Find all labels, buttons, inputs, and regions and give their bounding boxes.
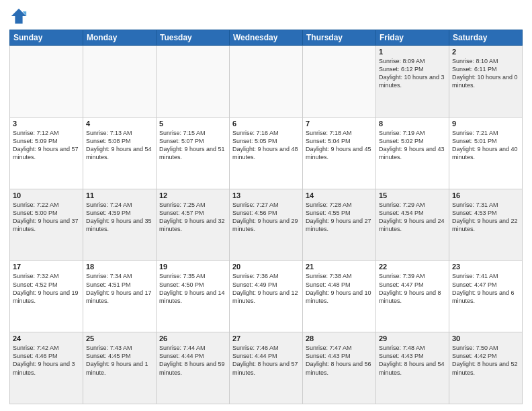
page: SundayMondayTuesdayWednesdayThursdayFrid… xyxy=(0,0,532,411)
day-cell: 27Sunrise: 7:46 AM Sunset: 4:44 PM Dayli… xyxy=(230,332,303,404)
day-number: 4 xyxy=(86,120,153,128)
day-cell xyxy=(230,46,303,118)
weekday-header-sunday: Sunday xyxy=(10,30,83,46)
day-number: 13 xyxy=(232,191,300,199)
day-number: 21 xyxy=(306,263,373,271)
day-number: 5 xyxy=(159,120,226,128)
day-info: Sunrise: 7:34 AM Sunset: 4:51 PM Dayligh… xyxy=(86,272,153,305)
day-number: 22 xyxy=(379,263,446,271)
day-info: Sunrise: 7:41 AM Sunset: 4:47 PM Dayligh… xyxy=(452,272,519,305)
day-info: Sunrise: 7:32 AM Sunset: 4:52 PM Dayligh… xyxy=(13,272,80,305)
day-info: Sunrise: 7:42 AM Sunset: 4:46 PM Dayligh… xyxy=(13,344,80,377)
day-info: Sunrise: 7:31 AM Sunset: 4:53 PM Dayligh… xyxy=(452,201,519,234)
week-row-0: 1Sunrise: 8:09 AM Sunset: 6:12 PM Daylig… xyxy=(10,46,523,118)
day-info: Sunrise: 8:09 AM Sunset: 6:12 PM Dayligh… xyxy=(379,57,446,90)
week-row-2: 10Sunrise: 7:22 AM Sunset: 5:00 PM Dayli… xyxy=(10,189,523,261)
weekday-header-row: SundayMondayTuesdayWednesdayThursdayFrid… xyxy=(10,30,523,46)
day-cell: 8Sunrise: 7:19 AM Sunset: 5:02 PM Daylig… xyxy=(376,117,449,189)
day-info: Sunrise: 7:43 AM Sunset: 4:45 PM Dayligh… xyxy=(86,344,153,377)
weekday-header-saturday: Saturday xyxy=(449,30,523,46)
day-info: Sunrise: 7:27 AM Sunset: 4:56 PM Dayligh… xyxy=(232,201,300,234)
day-cell: 4Sunrise: 7:13 AM Sunset: 5:08 PM Daylig… xyxy=(83,117,157,189)
day-cell: 25Sunrise: 7:43 AM Sunset: 4:45 PM Dayli… xyxy=(83,332,157,404)
day-cell: 15Sunrise: 7:29 AM Sunset: 4:54 PM Dayli… xyxy=(376,189,449,261)
day-number: 26 xyxy=(159,334,226,342)
day-cell xyxy=(157,46,230,118)
day-cell: 5Sunrise: 7:15 AM Sunset: 5:07 PM Daylig… xyxy=(157,117,230,189)
day-info: Sunrise: 7:19 AM Sunset: 5:02 PM Dayligh… xyxy=(379,129,446,162)
day-info: Sunrise: 7:44 AM Sunset: 4:44 PM Dayligh… xyxy=(159,344,226,377)
day-number: 9 xyxy=(452,120,519,128)
day-cell: 26Sunrise: 7:44 AM Sunset: 4:44 PM Dayli… xyxy=(157,332,230,404)
day-info: Sunrise: 7:15 AM Sunset: 5:07 PM Dayligh… xyxy=(159,129,226,162)
day-cell: 22Sunrise: 7:39 AM Sunset: 4:47 PM Dayli… xyxy=(376,261,449,332)
weekday-header-thursday: Thursday xyxy=(303,30,376,46)
day-cell: 6Sunrise: 7:16 AM Sunset: 5:05 PM Daylig… xyxy=(230,117,303,189)
day-cell: 17Sunrise: 7:32 AM Sunset: 4:52 PM Dayli… xyxy=(10,261,83,332)
day-number: 7 xyxy=(306,120,373,128)
day-cell: 21Sunrise: 7:38 AM Sunset: 4:48 PM Dayli… xyxy=(303,261,376,332)
day-info: Sunrise: 7:29 AM Sunset: 4:54 PM Dayligh… xyxy=(379,201,446,234)
day-cell: 12Sunrise: 7:25 AM Sunset: 4:57 PM Dayli… xyxy=(157,189,230,261)
day-number: 27 xyxy=(232,334,300,342)
day-info: Sunrise: 7:39 AM Sunset: 4:47 PM Dayligh… xyxy=(379,272,446,305)
day-info: Sunrise: 7:18 AM Sunset: 5:04 PM Dayligh… xyxy=(306,129,373,162)
day-info: Sunrise: 7:22 AM Sunset: 5:00 PM Dayligh… xyxy=(13,201,80,234)
day-info: Sunrise: 7:38 AM Sunset: 4:48 PM Dayligh… xyxy=(306,272,373,305)
day-info: Sunrise: 7:16 AM Sunset: 5:05 PM Dayligh… xyxy=(232,129,300,162)
day-number: 6 xyxy=(232,120,300,128)
day-cell: 3Sunrise: 7:12 AM Sunset: 5:09 PM Daylig… xyxy=(10,117,83,189)
day-number: 29 xyxy=(379,334,446,342)
day-info: Sunrise: 7:21 AM Sunset: 5:01 PM Dayligh… xyxy=(452,129,519,162)
day-info: Sunrise: 7:25 AM Sunset: 4:57 PM Dayligh… xyxy=(159,201,226,234)
day-info: Sunrise: 7:24 AM Sunset: 4:59 PM Dayligh… xyxy=(86,201,153,234)
day-cell: 29Sunrise: 7:48 AM Sunset: 4:43 PM Dayli… xyxy=(376,332,449,404)
day-cell xyxy=(10,46,83,118)
day-number: 17 xyxy=(13,263,80,271)
week-row-3: 17Sunrise: 7:32 AM Sunset: 4:52 PM Dayli… xyxy=(10,261,523,332)
week-row-4: 24Sunrise: 7:42 AM Sunset: 4:46 PM Dayli… xyxy=(10,332,523,404)
day-cell: 16Sunrise: 7:31 AM Sunset: 4:53 PM Dayli… xyxy=(449,189,523,261)
day-info: Sunrise: 7:35 AM Sunset: 4:50 PM Dayligh… xyxy=(159,272,226,305)
day-number: 23 xyxy=(452,263,519,271)
day-cell: 30Sunrise: 7:50 AM Sunset: 4:42 PM Dayli… xyxy=(449,332,523,404)
day-number: 30 xyxy=(452,334,519,342)
day-cell: 9Sunrise: 7:21 AM Sunset: 5:01 PM Daylig… xyxy=(449,117,523,189)
day-number: 3 xyxy=(13,120,80,128)
day-number: 28 xyxy=(306,334,373,342)
week-row-1: 3Sunrise: 7:12 AM Sunset: 5:09 PM Daylig… xyxy=(10,117,523,189)
day-cell: 11Sunrise: 7:24 AM Sunset: 4:59 PM Dayli… xyxy=(83,189,157,261)
calendar: SundayMondayTuesdayWednesdayThursdayFrid… xyxy=(9,30,523,404)
day-number: 11 xyxy=(86,191,153,199)
day-number: 24 xyxy=(13,334,80,342)
day-number: 15 xyxy=(379,191,446,199)
day-number: 10 xyxy=(13,191,80,199)
day-cell: 23Sunrise: 7:41 AM Sunset: 4:47 PM Dayli… xyxy=(449,261,523,332)
day-info: Sunrise: 7:48 AM Sunset: 4:43 PM Dayligh… xyxy=(379,344,446,377)
day-number: 19 xyxy=(159,263,226,271)
day-number: 20 xyxy=(232,263,300,271)
day-info: Sunrise: 7:47 AM Sunset: 4:43 PM Dayligh… xyxy=(306,344,373,377)
day-cell: 1Sunrise: 8:09 AM Sunset: 6:12 PM Daylig… xyxy=(376,46,449,118)
day-number: 8 xyxy=(379,120,446,128)
day-info: Sunrise: 7:13 AM Sunset: 5:08 PM Dayligh… xyxy=(86,129,153,162)
day-cell: 19Sunrise: 7:35 AM Sunset: 4:50 PM Dayli… xyxy=(157,261,230,332)
day-number: 1 xyxy=(379,48,446,56)
day-number: 12 xyxy=(159,191,226,199)
day-cell xyxy=(303,46,376,118)
header xyxy=(9,7,523,26)
day-cell: 28Sunrise: 7:47 AM Sunset: 4:43 PM Dayli… xyxy=(303,332,376,404)
day-info: Sunrise: 7:50 AM Sunset: 4:42 PM Dayligh… xyxy=(452,344,519,377)
day-number: 16 xyxy=(452,191,519,199)
day-info: Sunrise: 8:10 AM Sunset: 6:11 PM Dayligh… xyxy=(452,57,519,90)
day-cell xyxy=(83,46,157,118)
day-number: 14 xyxy=(306,191,373,199)
day-number: 25 xyxy=(86,334,153,342)
day-cell: 24Sunrise: 7:42 AM Sunset: 4:46 PM Dayli… xyxy=(10,332,83,404)
logo xyxy=(9,7,31,26)
weekday-header-tuesday: Tuesday xyxy=(157,30,230,46)
logo-icon xyxy=(9,7,28,26)
day-cell: 13Sunrise: 7:27 AM Sunset: 4:56 PM Dayli… xyxy=(230,189,303,261)
day-number: 2 xyxy=(452,48,519,56)
day-cell: 20Sunrise: 7:36 AM Sunset: 4:49 PM Dayli… xyxy=(230,261,303,332)
